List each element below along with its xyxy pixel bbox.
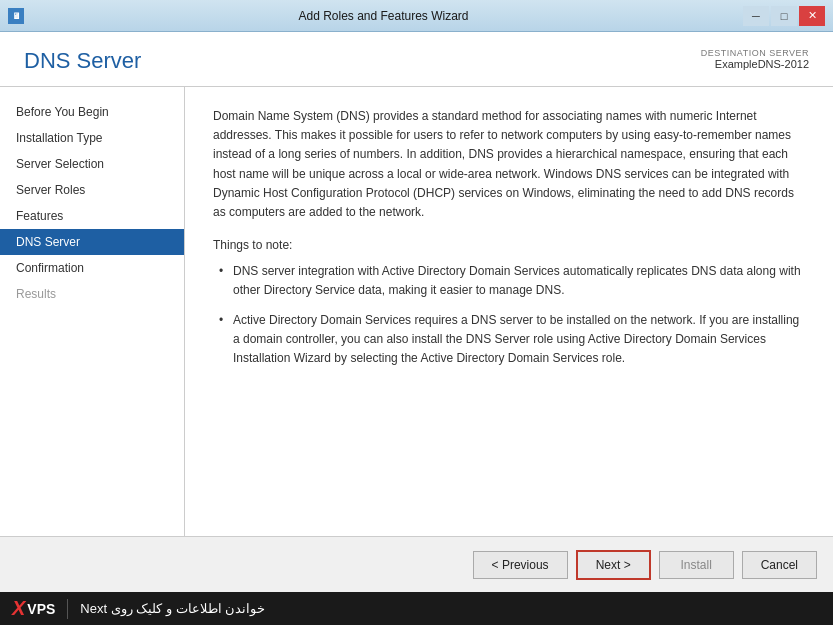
next-button[interactable]: Next > (576, 550, 651, 580)
logo-x: X (12, 597, 25, 620)
app-icon: 🖥 (8, 8, 24, 24)
close-button[interactable]: ✕ (799, 6, 825, 26)
nav-server-selection[interactable]: Server Selection (0, 151, 184, 177)
maximize-button[interactable]: □ (771, 6, 797, 26)
wizard-nav: Before You Begin Installation Type Serve… (0, 87, 185, 536)
bottom-divider (67, 599, 68, 619)
nav-installation-type[interactable]: Installation Type (0, 125, 184, 151)
window-title: Add Roles and Features Wizard (24, 9, 743, 23)
wizard-window: DNS Server DESTINATION SERVER ExampleDNS… (0, 32, 833, 592)
wizard-header: DNS Server DESTINATION SERVER ExampleDNS… (0, 32, 833, 87)
wizard-content: Domain Name System (DNS) provides a stan… (185, 87, 833, 536)
main-description: Domain Name System (DNS) provides a stan… (213, 107, 805, 222)
title-bar: 🖥 Add Roles and Features Wizard ─ □ ✕ (0, 0, 833, 32)
wizard-title: DNS Server (24, 48, 141, 74)
server-name: ExampleDNS-2012 (701, 58, 809, 70)
nav-features[interactable]: Features (0, 203, 184, 229)
things-to-note-label: Things to note: (213, 238, 805, 252)
nav-confirmation[interactable]: Confirmation (0, 255, 184, 281)
bottom-bar: X VPS خواندن اطلاعات و کلیک روی Next (0, 592, 833, 625)
xvps-logo: X VPS (12, 597, 55, 620)
window-controls: ─ □ ✕ (743, 6, 825, 26)
nav-results: Results (0, 281, 184, 307)
wizard-body: Before You Begin Installation Type Serve… (0, 87, 833, 536)
nav-before-you-begin[interactable]: Before You Begin (0, 99, 184, 125)
cancel-button[interactable]: Cancel (742, 551, 817, 579)
destination-label: DESTINATION SERVER (701, 48, 809, 58)
bullet-item-2: Active Directory Domain Services require… (213, 311, 805, 369)
install-button[interactable]: Install (659, 551, 734, 579)
nav-dns-server[interactable]: DNS Server (0, 229, 184, 255)
bullet-list: DNS server integration with Active Direc… (213, 262, 805, 368)
previous-button[interactable]: < Previous (473, 551, 568, 579)
wizard-footer: < Previous Next > Install Cancel (0, 536, 833, 592)
bullet-item-1: DNS server integration with Active Direc… (213, 262, 805, 300)
minimize-button[interactable]: ─ (743, 6, 769, 26)
destination-server-info: DESTINATION SERVER ExampleDNS-2012 (701, 48, 809, 70)
logo-vps: VPS (27, 601, 55, 617)
nav-server-roles[interactable]: Server Roles (0, 177, 184, 203)
bottom-caption: خواندن اطلاعات و کلیک روی Next (80, 601, 265, 616)
